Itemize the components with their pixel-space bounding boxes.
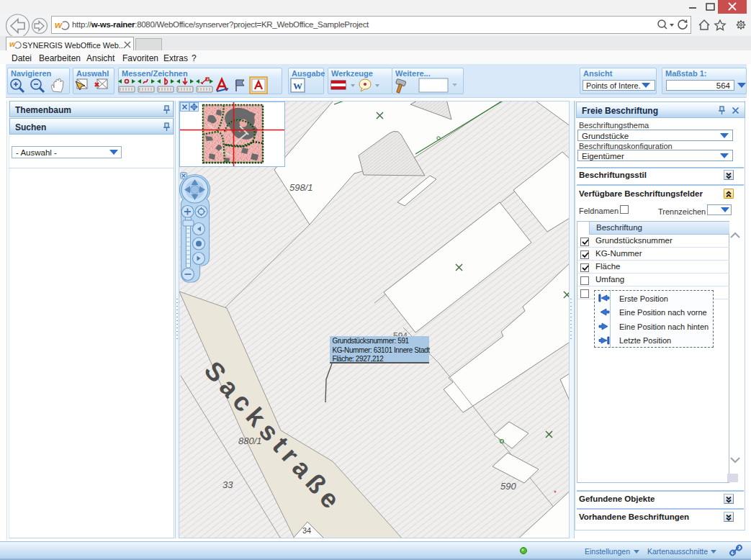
svg-text:w: w [9,40,17,48]
svg-text:34: 34 [302,526,311,535]
svg-text:590: 590 [500,481,516,492]
svg-text:W: W [293,81,302,91]
svg-text:598/1: 598/1 [289,182,313,193]
svg-text:Grundstücksnummer: 591: Grundstücksnummer: 591 [333,337,410,345]
svg-text:33: 33 [222,479,233,490]
svg-text:w: w [55,19,63,30]
svg-text:Fläche: 2927,212: Fläche: 2927,212 [333,355,385,363]
svg-text:KG-Nummer: 63101 Innere Stadt: KG-Nummer: 63101 Innere Stadt [333,346,431,354]
